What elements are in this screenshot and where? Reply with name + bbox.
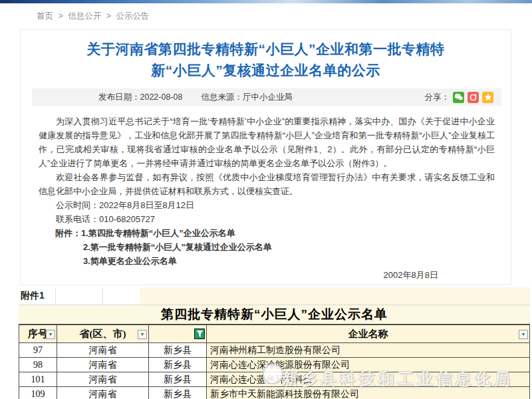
sheet-label-row: 附件1 (19, 287, 530, 305)
header-province: 省(区、市) ▼ (57, 325, 149, 343)
filter-dropdown-icon[interactable]: ▼ (519, 330, 528, 339)
source-label: 信息来源： (201, 92, 243, 102)
share-label: 分享： (425, 92, 450, 103)
share-wechat-button[interactable] (453, 92, 464, 103)
cell-province: 河南省 (57, 387, 149, 399)
breadcrumb: 首页 > 信息公开 > 公示公告 (37, 11, 152, 22)
cell-no: 97 (19, 343, 57, 358)
cell-no: 101 (19, 372, 57, 387)
watermark-logo (263, 364, 283, 384)
cell-county: 新乡县 (149, 387, 207, 399)
sign-date: 2002年8月8日 (39, 268, 495, 282)
weibo-icon (468, 92, 479, 102)
breadcrumb-separator: > (106, 11, 111, 21)
cell-company: 河南神州精工制造股份有限公司 (207, 343, 530, 358)
attachment-link-3[interactable]: 3.简单更名企业公示名单 (39, 254, 495, 268)
active-filter-icon[interactable] (194, 329, 205, 339)
gridline (102, 287, 103, 305)
header-no: 序号 ▼ (19, 325, 57, 343)
gridline (55, 287, 56, 305)
source-value: 厅中小企业局 (243, 92, 293, 102)
header-company: 企业名称 ▼ (207, 325, 530, 343)
page-title-line1: 关于河南省第四批专精特新“小巨人”企业和第一批专精特 (33, 39, 499, 60)
breadcrumb-announcements[interactable]: 公示公告 (116, 11, 150, 21)
watermark-text: 新乡县科技和工业信息化局 (282, 368, 521, 390)
cell-county: 新乡县 (149, 358, 207, 372)
publish-date: 发布日期：2022-08-08 (32, 92, 182, 103)
cell-county: 新乡县 (149, 343, 207, 358)
publish-date-label: 发布日期： (98, 92, 140, 102)
star-icon (483, 92, 493, 102)
publish-date-value: 2022-08-08 (140, 92, 183, 102)
share-weibo-button[interactable] (467, 92, 479, 103)
top-nav-strip (0, 0, 532, 3)
share-qzone-button[interactable] (482, 92, 493, 103)
cell-province: 河南省 (57, 343, 149, 358)
cell-no: 98 (19, 358, 57, 372)
table-header-row: 序号 ▼ 省(区、市) ▼ 企业名称 ▼ (19, 325, 530, 343)
header-no-label: 序号 (28, 328, 48, 340)
breadcrumb-info-disclosure[interactable]: 信息公开 (68, 11, 101, 21)
header-province-label: 省(区、市) (80, 328, 126, 340)
funnel-icon (196, 330, 203, 338)
breadcrumb-separator: > (58, 11, 63, 21)
article-panel: 关于河南省第四批专精特新“小巨人”企业和第一批专精特 新“小巨人”复核通过企业名… (20, 29, 511, 285)
contact-phone-line: 联系电话：010-68205727 (39, 212, 495, 226)
highlight-band (140, 287, 530, 305)
attachment-link-2[interactable]: 2.第一批专精特新“小巨人”复核通过企业公示名单 (39, 240, 495, 254)
cell-no: 109 (19, 387, 57, 399)
header-county (149, 325, 207, 343)
source: 信息来源：厅中小企业局 (182, 92, 293, 103)
cell-province: 河南省 (57, 358, 149, 372)
article-meta-bar: 发布日期：2022-08-08 信息来源：厅中小企业局 分享： (32, 88, 501, 106)
breadcrumb-home[interactable]: 首页 (37, 11, 53, 21)
page-title-line2: 新“小巨人”复核通过企业名单的公示 (33, 60, 499, 81)
publish-time-line: 公示时间：2022年8月8日至8月12日 (39, 198, 495, 212)
filter-dropdown-icon[interactable]: ▼ (138, 330, 147, 339)
sheet-label: 附件1 (19, 290, 45, 302)
table-row: 97 河南省 新乡县 河南神州精工制造股份有限公司 (19, 343, 530, 358)
table-title: 第四批专精特新“小巨人”企业公示名单 (19, 305, 530, 325)
filter-dropdown-icon[interactable]: ▼ (46, 330, 55, 339)
cell-county: 新乡县 (149, 372, 207, 387)
paragraph-2: 欢迎社会各界参与监督，如有异议，按照《优质中小企业梯度培育管理暂行办法》中有关要… (39, 170, 495, 198)
share-bar: 分享： (425, 92, 502, 103)
header-company-label: 企业名称 (348, 328, 388, 340)
paragraph-1: 为深入贯彻习近平总书记关于“培育一批‘专精特新’中小企业”的重要指示精神，落实中… (39, 114, 495, 170)
page-title: 关于河南省第四批专精特新“小巨人”企业和第一批专精特 新“小巨人”复核通过企业名… (33, 39, 499, 81)
article-body: 为深入贯彻习近平总书记关于“培育一批‘专精特新’中小企业”的重要指示精神，落实中… (39, 114, 495, 282)
wechat-icon (454, 92, 464, 102)
attachment-link-1[interactable]: 附件：1.第四批专精特新“小巨人”企业公示名单 (39, 226, 495, 240)
cell-province: 河南省 (57, 372, 149, 387)
